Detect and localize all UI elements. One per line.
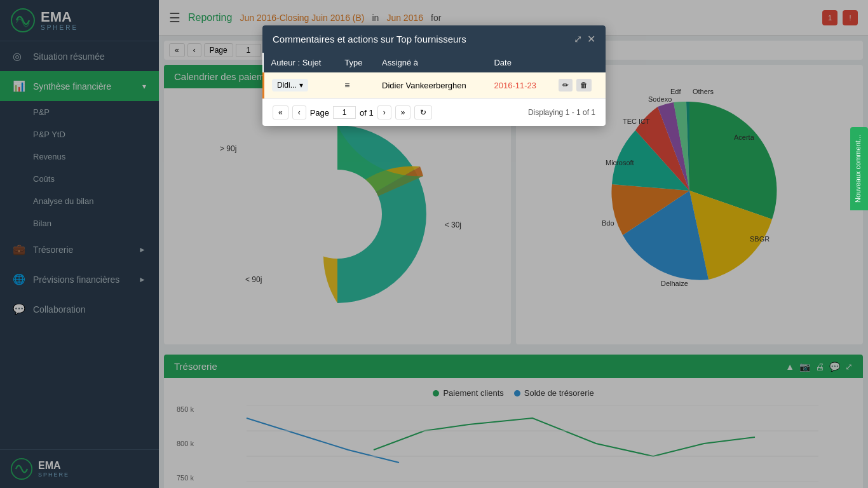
avatar-name: Didi... ▾ <box>272 79 308 92</box>
modal-cell-date: 2016-11-23 <box>486 72 551 98</box>
modal-overlay[interactable]: Commentaires et actions sur Top fourniss… <box>0 0 868 488</box>
modal-maximize-icon[interactable]: ⤢ <box>574 33 582 45</box>
modal-table: Auteur : Sujet Type Assigné à Date Didi.… <box>262 53 606 98</box>
avatar-label: Didi... <box>277 81 297 90</box>
modal-last-btn[interactable]: » <box>395 105 411 119</box>
modal-header-icons: ⤢ ✕ <box>574 33 595 45</box>
modal-page-input[interactable] <box>333 106 356 119</box>
modal-cell-author: Didi... ▾ <box>264 72 337 98</box>
modal-refresh-btn[interactable]: ↻ <box>414 105 432 119</box>
modal-row-1: Didi... ▾ ≡ Didier Vankeerberghen 2016-1… <box>264 72 606 98</box>
modal-page-label: Page <box>310 108 329 118</box>
list-icon: ≡ <box>344 80 349 90</box>
modal-cell-type: ≡ <box>337 72 374 98</box>
modal-col-date: Date <box>486 53 551 72</box>
modal-col-auteur: Auteur : Sujet <box>264 53 337 72</box>
modal-pagination: « ‹ Page of 1 › » ↻ Displaying 1 - 1 of … <box>262 98 606 126</box>
vertical-tab[interactable]: Nouveaux comment... <box>850 127 868 210</box>
row-actions: ✏ 🗑 <box>559 79 598 92</box>
modal-displaying: Displaying 1 - 1 of 1 <box>528 108 595 117</box>
modal-col-type: Type <box>337 53 374 72</box>
modal-col-assigne: Assigné à <box>374 53 486 72</box>
modal-header: Commentaires et actions sur Top fourniss… <box>262 25 606 53</box>
modal: Commentaires et actions sur Top fourniss… <box>262 25 606 126</box>
modal-prev-btn[interactable]: ‹ <box>292 105 306 119</box>
avatar-chevron[interactable]: ▾ <box>299 81 303 90</box>
author-avatar: Didi... ▾ <box>272 79 329 92</box>
modal-first-btn[interactable]: « <box>273 105 288 119</box>
modal-title: Commentaires et actions sur Top fourniss… <box>273 34 466 44</box>
modal-cell-assigned: Didier Vankeerberghen <box>374 72 486 98</box>
modal-page-of: of 1 <box>360 108 374 118</box>
modal-cell-actions: ✏ 🗑 <box>551 72 606 98</box>
delete-action-btn[interactable]: 🗑 <box>576 79 592 92</box>
modal-close-icon[interactable]: ✕ <box>587 33 595 45</box>
modal-col-actions <box>551 53 606 72</box>
modal-next-btn[interactable]: › <box>377 105 391 119</box>
edit-action-btn[interactable]: ✏ <box>559 79 573 92</box>
